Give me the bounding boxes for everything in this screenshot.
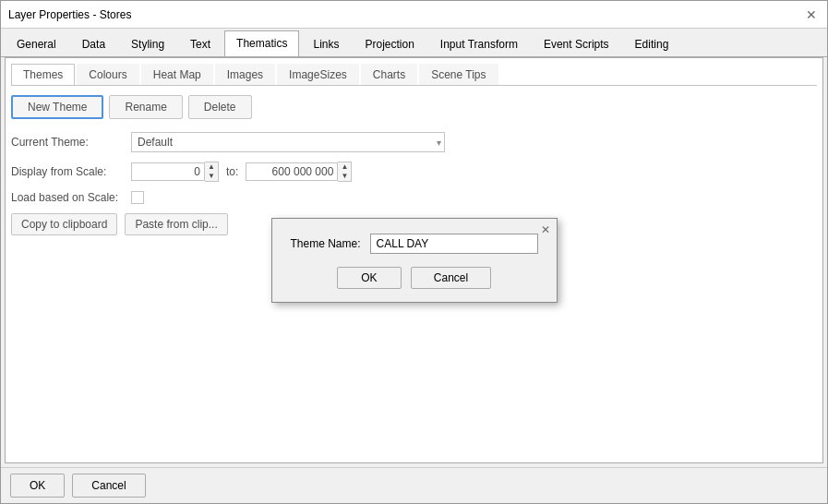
title-bar: Layer Properties - Stores ✕ xyxy=(1,1,827,29)
tab-general[interactable]: General xyxy=(5,31,68,56)
tab-event-scripts[interactable]: Event Scripts xyxy=(532,31,621,56)
modal-close-button[interactable]: ✕ xyxy=(538,222,553,237)
tab-styling[interactable]: Styling xyxy=(119,31,176,56)
bottom-bar: OK Cancel xyxy=(1,467,827,503)
ok-button[interactable]: OK xyxy=(10,474,65,498)
main-content-area: Themes Colours Heat Map Images ImageSize… xyxy=(5,57,823,463)
tab-thematics[interactable]: Thematics xyxy=(224,30,299,56)
tab-input-transform[interactable]: Input Transform xyxy=(428,31,530,56)
tab-projection[interactable]: Projection xyxy=(353,31,426,56)
theme-name-row: Theme Name: xyxy=(291,234,538,254)
modal-button-row: OK Cancel xyxy=(291,267,538,289)
tab-data[interactable]: Data xyxy=(70,31,117,56)
window-title: Layer Properties - Stores xyxy=(8,8,131,21)
top-tab-bar: General Data Styling Text Thematics Link… xyxy=(1,29,827,57)
rename-dialog: ✕ Theme Name: OK Cancel xyxy=(271,218,558,303)
tab-links[interactable]: Links xyxy=(301,31,351,56)
close-button[interactable]: ✕ xyxy=(803,6,820,23)
main-window: Layer Properties - Stores ✕ General Data… xyxy=(0,0,828,504)
tab-editing[interactable]: Editing xyxy=(623,31,681,56)
modal-ok-button[interactable]: OK xyxy=(337,267,402,289)
modal-cancel-button[interactable]: Cancel xyxy=(411,267,491,289)
theme-name-label: Theme Name: xyxy=(291,237,361,250)
modal-overlay: ✕ Theme Name: OK Cancel xyxy=(6,58,822,462)
cancel-button[interactable]: Cancel xyxy=(72,474,145,498)
theme-name-input[interactable] xyxy=(370,234,538,254)
tab-text[interactable]: Text xyxy=(178,31,222,56)
